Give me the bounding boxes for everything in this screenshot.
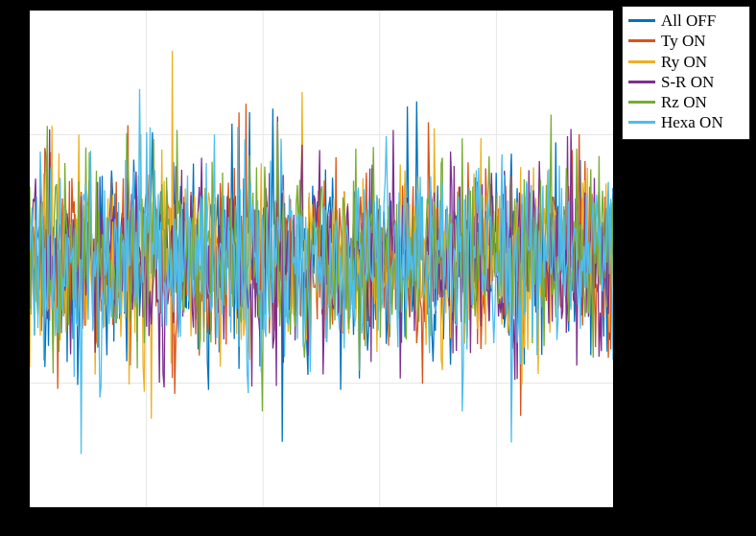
plot-area bbox=[29, 10, 614, 508]
legend-item-0: All OFF bbox=[628, 11, 744, 31]
legend-label: Ty ON bbox=[661, 31, 706, 51]
series-layer bbox=[30, 11, 613, 507]
legend-label: Hexa ON bbox=[661, 112, 723, 132]
legend-item-1: Ty ON bbox=[628, 31, 744, 51]
legend: All OFFTy ONRy ONS-R ONRz ONHexa ON bbox=[622, 6, 750, 140]
legend-swatch bbox=[628, 81, 655, 83]
legend-item-4: Rz ON bbox=[628, 92, 744, 112]
legend-swatch bbox=[628, 121, 655, 124]
legend-label: Rz ON bbox=[661, 92, 707, 112]
legend-swatch bbox=[628, 19, 655, 22]
legend-label: All OFF bbox=[661, 11, 716, 31]
legend-swatch bbox=[628, 101, 655, 104]
legend-label: Ry ON bbox=[661, 52, 707, 72]
legend-item-2: Ry ON bbox=[628, 52, 744, 72]
legend-item-3: S-R ON bbox=[628, 72, 744, 92]
legend-item-5: Hexa ON bbox=[628, 112, 744, 132]
legend-swatch bbox=[628, 60, 655, 63]
chart-figure: All OFFTy ONRy ONS-R ONRz ONHexa ON bbox=[0, 0, 756, 536]
legend-swatch bbox=[628, 39, 655, 42]
legend-label: S-R ON bbox=[661, 72, 714, 92]
